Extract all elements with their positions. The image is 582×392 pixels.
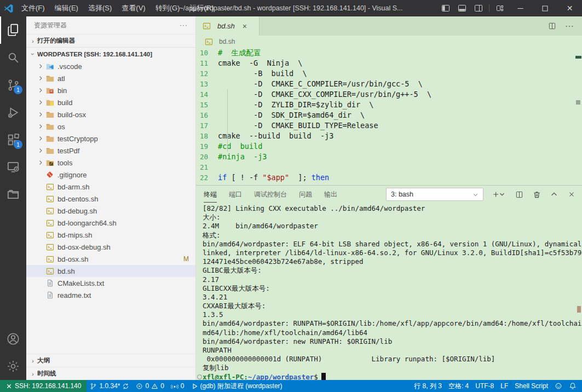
debug-status[interactable]: (gdb) 附加进程 (wordpaster)	[188, 380, 286, 392]
activity-run-debug-icon[interactable]	[0, 99, 26, 126]
workspace-section[interactable]: › WORDPASTER [SSH: 192.168.141.140]	[26, 47, 195, 60]
activity-search-icon[interactable]	[0, 44, 26, 71]
toggle-panel-icon[interactable]	[454, 0, 470, 16]
tab-bd-sh[interactable]: bd.sh ×	[196, 16, 260, 36]
panel-tab-调试控制台[interactable]: 调试控制台	[254, 187, 287, 202]
tree-item-tools[interactable]: tools	[26, 157, 195, 169]
tree-item-CMakeLists.txt[interactable]: CMakeLists.txt	[26, 277, 195, 289]
minimize-button[interactable]: ─	[508, 0, 533, 16]
open-editors-section[interactable]: › 打开的编辑器	[26, 34, 195, 47]
tree-item-label: bd-debug.sh	[57, 207, 195, 215]
activity-source-control-icon[interactable]: 1	[0, 71, 26, 99]
tree-item-atl[interactable]: atl	[26, 72, 195, 84]
git-icon	[45, 171, 55, 178]
maximize-panel-icon[interactable]	[548, 188, 560, 200]
panel-tab-端口[interactable]: 端口	[229, 187, 242, 202]
ports-status[interactable]: 0	[168, 380, 188, 392]
tab-close-icon[interactable]: ×	[243, 22, 247, 31]
code-line: 19#cd build	[196, 141, 582, 152]
tree-item-testPdf[interactable]: testPdf	[26, 145, 195, 157]
tree-item-label: tools	[57, 159, 195, 167]
section-时间线[interactable]: ›时间线	[26, 367, 195, 380]
tree-item-.vscode[interactable]: .vscode	[26, 60, 195, 72]
tree-item-bd-centos.sh[interactable]: bd-centos.sh	[26, 193, 195, 205]
editor-more-actions-icon[interactable]: ···	[563, 20, 575, 32]
tree-item-bin[interactable]: bin	[26, 84, 195, 96]
panel-tab-问题[interactable]: 问题	[299, 187, 312, 202]
tree-item-bd-debug.sh[interactable]: bd-debug.sh	[26, 205, 195, 217]
language-mode[interactable]: Shell Script	[511, 380, 551, 392]
kill-terminal-icon[interactable]	[531, 188, 543, 200]
tree-item-readme.txt[interactable]: readme.txt	[26, 289, 195, 301]
remote-indicator[interactable]: SSH: 192.168.141.140	[0, 380, 87, 392]
command-decoration-icon[interactable]	[197, 374, 202, 379]
encoding[interactable]: UTF-8	[472, 380, 497, 392]
tree-item-bd-osx-debug.sh[interactable]: bd-osx-debug.sh	[26, 241, 195, 253]
tree-item-build-osx[interactable]: build-osx	[26, 108, 195, 120]
badge: 1	[14, 85, 22, 94]
indentation[interactable]: 空格: 4	[445, 380, 472, 392]
code-editor[interactable]: 10# 生成配置11cmake -G Ninja \12 -B build \1…	[196, 48, 582, 185]
tree-item-label: bd-arm.sh	[57, 183, 195, 191]
terminal-line: md64/lib:/home/xfl/toolchain/amd64/lib64	[203, 328, 579, 337]
tree-item-testCryptopp[interactable]: testCryptopp	[26, 132, 195, 145]
shell-file-icon	[45, 195, 55, 203]
close-panel-icon[interactable]	[566, 188, 578, 200]
chevron-right-icon	[36, 111, 45, 118]
text-file-icon	[45, 279, 55, 287]
line-content: -D CMAKE_CXX_COMPILER=/usr/bin/g++-5 \	[218, 89, 431, 100]
code-token: then	[312, 173, 330, 182]
close-button[interactable]: ✕	[557, 0, 582, 16]
terminal-picker-dropdown[interactable]: 3: bash	[386, 188, 483, 201]
menu-item-2[interactable]: 编辑(E)	[50, 0, 83, 16]
toggle-sidebar-icon[interactable]	[437, 0, 454, 16]
customize-layout-icon[interactable]	[492, 0, 508, 16]
line-number: 17	[196, 120, 218, 131]
menu-item-4[interactable]: 查看(V)	[117, 0, 150, 16]
new-terminal-icon[interactable]	[489, 188, 508, 200]
menu-item-3[interactable]: 选择(S)	[83, 0, 117, 16]
terminal-output[interactable]: [82/82] Linking CXX executable ../bin/am…	[196, 203, 582, 380]
tree-item-bd-loongarch64.sh[interactable]: bd-loongarch64.sh	[26, 217, 195, 229]
tools-folder-icon	[45, 159, 55, 166]
problems-status[interactable]: 0 0	[132, 380, 167, 392]
activity-remote-explorer-icon[interactable]	[0, 153, 26, 181]
eol-sequence[interactable]: LF	[497, 380, 511, 392]
feedback-icon[interactable]	[551, 380, 566, 392]
line-number: 11	[196, 58, 218, 68]
notifications-bell-icon[interactable]	[566, 380, 582, 392]
menu-item-1[interactable]: 文件(F)	[16, 0, 50, 16]
panel-tab-输出[interactable]: 输出	[324, 187, 337, 202]
toggle-secondary-sidebar-icon[interactable]	[470, 0, 487, 16]
tree-item-.gitignore[interactable]: .gitignore	[26, 169, 195, 181]
tree-item-label: readme.txt	[57, 291, 195, 299]
tree-item-bd.sh[interactable]: bd.sh	[26, 265, 195, 277]
breadcrumb[interactable]: bd.sh	[196, 36, 582, 48]
code-token: -B build \	[218, 69, 307, 78]
code-line: 10# 生成配置	[196, 48, 582, 58]
sidebar-more-icon[interactable]: ···	[180, 21, 188, 29]
section-大纲[interactable]: ›大纲	[26, 354, 195, 367]
git-branch-status[interactable]: 1.0.34*	[87, 380, 132, 392]
line-number: 16	[196, 110, 218, 120]
tree-item-bd-mips.sh[interactable]: bd-mips.sh	[26, 229, 195, 241]
terminal-scrollbar[interactable]	[577, 306, 581, 313]
activity-extensions-icon[interactable]: 1	[0, 126, 26, 153]
tree-item-os[interactable]: os	[26, 120, 195, 132]
activity-settings-gear-icon[interactable]	[0, 353, 26, 380]
activity-account-icon[interactable]	[0, 325, 26, 353]
activity-explorer-icon[interactable]	[0, 16, 26, 44]
modified-badge: M	[183, 255, 189, 263]
tree-item-label: bin	[57, 87, 195, 95]
terminal-line: 0x000000000000001d (RUNPATH) Library run…	[203, 355, 579, 364]
cursor-position[interactable]: 行 8, 列 3	[411, 380, 445, 392]
panel-tab-终端[interactable]: 终端	[204, 187, 217, 203]
activity-folders-icon[interactable]	[0, 181, 26, 208]
split-terminal-icon[interactable]	[513, 188, 525, 200]
tree-item-build[interactable]: build	[26, 96, 195, 108]
tree-item-bd-osx.sh[interactable]: bd-osx.shM	[26, 253, 195, 265]
split-editor-icon[interactable]	[546, 20, 558, 32]
maximize-button[interactable]	[533, 0, 557, 16]
tree-item-bd-arm.sh[interactable]: bd-arm.sh	[26, 181, 195, 193]
line-content: cmake -G Ninja \	[218, 58, 302, 68]
